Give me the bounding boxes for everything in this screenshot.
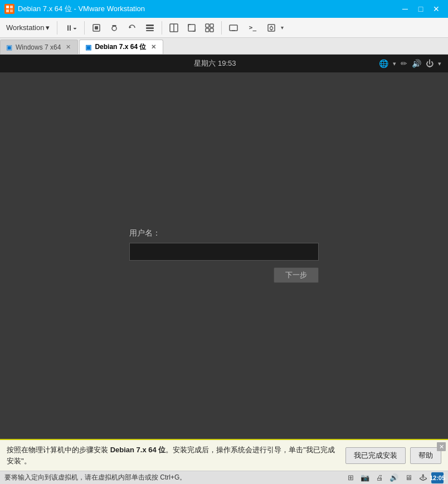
info-bar: 按照在物理计算机中的步骤安装 Debian 7.x 64 位。安装完成后，操作系… [0,439,448,471]
tab-vm-icon-debian: ▣ [85,43,91,51]
status-text: 要将输入定向到该虚拟机，请在虚拟机内部单击或按 Ctrl+G。 [4,473,342,482]
tab-label-win: Windows 7 x64 [16,43,61,51]
next-btn-row: 下一步 [129,267,319,283]
fit-button-arrow: ▾ [281,25,284,31]
toolbar-divider-1 [57,21,57,35]
workstation-label: Workstation [6,23,44,32]
status-time-icon[interactable]: 12:05 [431,472,444,483]
vm-sound-icon[interactable]: 🔊 [412,59,421,68]
svg-rect-6 [95,26,98,30]
username-label: 用户名： [129,228,160,238]
app-icon [4,4,14,14]
info-buttons: 我已完成安装 帮助 [345,447,441,464]
workstation-dropdown-arrow: ▾ [46,23,50,32]
status-vm-icon[interactable]: ⊞ [344,472,357,483]
vm-settings-button[interactable] [88,20,105,36]
tab-vm-icon-win: ▣ [6,43,12,51]
install-complete-button[interactable]: 我已完成安装 [345,447,406,464]
svg-rect-15 [206,24,209,27]
svg-marker-8 [129,26,132,28]
tab-debian[interactable]: ▣ Debian 7.x 64 位 ✕ [79,40,163,54]
status-bar: 要将输入定向到该虚拟机，请在虚拟机内部单击或按 Ctrl+G。 ⊞ 📷 🖨 🔊 … [0,471,448,484]
toolbar-divider-3 [162,21,162,35]
svg-rect-17 [206,28,209,32]
window-controls: ─ □ ✕ [398,3,444,14]
svg-rect-19 [230,25,237,31]
toolbar-divider-4 [221,21,222,35]
connect-disconnect-button[interactable] [225,20,242,36]
tab-label-debian: Debian 7.x 64 位 [95,42,146,52]
workstation-menu-button[interactable]: Workstation ▾ [2,20,53,36]
revert-button[interactable] [124,20,140,36]
console-button[interactable]: >_ [243,20,262,36]
status-display-icon[interactable]: 🖥 [402,472,415,483]
split-view-button[interactable] [165,20,182,36]
full-screen-button[interactable] [183,20,200,36]
info-bar-text: 按照在物理计算机中的步骤安装 Debian 7.x 64 位。安装完成后，操作系… [7,444,341,466]
svg-rect-9 [146,25,154,26]
minimize-button[interactable]: ─ [398,3,412,14]
svg-rect-16 [210,24,213,27]
next-button[interactable]: 下一步 [274,267,319,283]
vm-right-icons: 🌐 ▾ ✏ 🔊 ⏻ ▾ [379,59,441,68]
vm-network-icon[interactable]: 🌐 [379,59,388,68]
status-print-icon[interactable]: 🖨 [373,472,386,483]
toolbar: Workstation ▾ ⏸▾ [0,18,448,38]
username-input[interactable] [129,243,319,261]
svg-rect-11 [146,30,154,31]
unity-button[interactable] [201,20,218,36]
toolbar-divider-2 [84,21,85,35]
svg-rect-10 [146,27,154,29]
vm-power-icon[interactable]: ⏻ [426,59,434,68]
title-bar: Debian 7.x 64 位 - VMware Workstation ─ □… [0,0,448,18]
tab-windows7[interactable]: ▣ Windows 7 x64 ✕ [0,40,78,54]
svg-rect-1 [6,6,9,8]
login-form: 用户名： 下一步 [129,228,319,283]
main-wrapper: 星期六 19:53 🌐 ▾ ✏ 🔊 ⏻ ▾ 用户名： 下一步 按照在 [0,55,448,484]
svg-point-7 [112,26,116,31]
tab-close-win[interactable]: ✕ [64,43,72,51]
vm-clock: 星期六 19:53 [51,58,379,69]
svg-rect-3 [6,9,9,12]
vm-topbar: 星期六 19:53 🌐 ▾ ✏ 🔊 ⏻ ▾ [0,55,448,72]
status-snapshot-icon[interactable]: 📷 [359,472,371,483]
svg-rect-2 [10,6,13,8]
vm-keyboard-icon[interactable]: ✏ [401,59,407,68]
svg-rect-18 [210,28,213,32]
vm-power-dropdown: ▾ [438,60,441,67]
tab-close-debian[interactable]: ✕ [149,43,157,51]
close-button[interactable]: ✕ [429,3,444,14]
svg-rect-14 [188,25,195,31]
svg-rect-0 [4,4,14,14]
snapshot-manager-button[interactable] [142,20,158,36]
pause-button[interactable]: ⏸▾ [61,20,81,36]
maximize-button[interactable]: □ [413,3,428,14]
window-title: Debian 7.x 64 位 - VMware Workstation [18,4,398,14]
vm-dropdown-icon: ▾ [393,60,396,67]
tabs-bar: ▣ Windows 7 x64 ✕ ▣ Debian 7.x 64 位 ✕ [0,38,448,55]
info-highlight: Debian 7.x 64 位 [110,446,166,454]
info-text-prefix: 按照在物理计算机中的步骤安装 [7,446,110,454]
status-audio-icon[interactable]: 🔊 [388,472,400,483]
vm-content[interactable]: 用户名： 下一步 [0,72,448,439]
status-usb-icon[interactable]: 🕹 [417,472,429,483]
info-close-button[interactable]: ✕ [437,442,446,451]
status-icons: ⊞ 📷 🖨 🔊 🖥 🕹 12:05 [344,472,444,483]
snapshot-button[interactable] [106,20,123,36]
svg-rect-4 [10,9,13,12]
vm-area[interactable]: 星期六 19:53 🌐 ▾ ✏ 🔊 ⏻ ▾ 用户名： 下一步 [0,55,448,439]
fit-guest-button[interactable] [263,20,280,36]
